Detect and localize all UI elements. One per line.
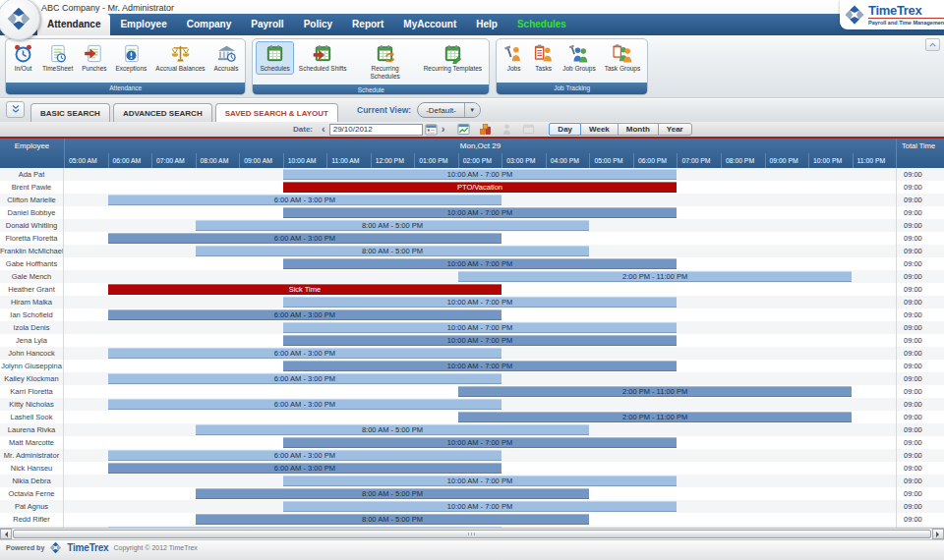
- menu-item-myaccount[interactable]: MyAccount: [393, 14, 466, 35]
- ribbon-item-job-groups[interactable]: Job Groups: [559, 41, 600, 75]
- shift-bar[interactable]: Sick Time: [108, 284, 502, 295]
- employee-name[interactable]: Kitty Nicholas: [0, 398, 64, 411]
- tab-saved-search-layout[interactable]: SAVED SEARCH & LAYOUT: [215, 103, 338, 122]
- view-button-week[interactable]: Week: [580, 123, 619, 136]
- shift-bar[interactable]: 6:00 AM - 3:00 PM: [108, 463, 502, 474]
- menu-item-help[interactable]: Help: [466, 14, 507, 35]
- view-button-month[interactable]: Month: [618, 123, 659, 136]
- ribbon-item-accrual-balances[interactable]: Accrual Balances: [151, 41, 208, 75]
- shift-bar[interactable]: PTO/Vacation: [283, 182, 678, 193]
- shift-bar[interactable]: 10:00 AM - 7:00 PM: [283, 361, 678, 371]
- menu-item-employee[interactable]: Employee: [110, 14, 176, 35]
- employee-name[interactable]: Brent Pawle: [0, 181, 64, 194]
- menu-item-company[interactable]: Company: [177, 14, 242, 35]
- employee-name[interactable]: Mr. Administrator: [0, 449, 64, 462]
- shift-bar[interactable]: 8:00 AM - 5:00 PM: [196, 488, 590, 499]
- ribbon-item-accruals[interactable]: Accruals: [210, 41, 243, 75]
- shift-bar[interactable]: 10:00 AM - 7:00 PM: [283, 437, 678, 448]
- horizontal-scrollbar[interactable]: [0, 528, 944, 539]
- shift-bar[interactable]: 2:00 PM - 11:00 PM: [458, 271, 853, 282]
- employee-name[interactable]: Laurena Rivka: [0, 423, 64, 436]
- shift-bar[interactable]: 10:00 AM - 7:00 PM: [283, 169, 678, 180]
- ribbon-collapse-button[interactable]: [925, 38, 940, 51]
- shift-bar[interactable]: 10:00 AM - 7:00 PM: [283, 207, 678, 218]
- employee-name[interactable]: Ian Schofield: [0, 308, 64, 321]
- shift-bar[interactable]: 6:00 AM - 3:00 PM: [108, 233, 502, 244]
- ribbon-item-recurring-schedules[interactable]: Recurring Schedules: [352, 41, 419, 83]
- ribbon-item-punches[interactable]: Punches: [78, 41, 110, 75]
- employee-name[interactable]: Redd Rifler: [0, 513, 64, 526]
- shift-bar[interactable]: 6:00 AM - 3:00 PM: [108, 399, 502, 410]
- employee-name[interactable]: Franklin McMichaels: [0, 245, 64, 257]
- employee-name[interactable]: Kailey Klockman: [0, 372, 64, 385]
- calendar-picker-button[interactable]: [425, 123, 438, 136]
- employee-name[interactable]: Floretta Floretta: [0, 232, 64, 245]
- ribbon-item-task-groups[interactable]: Task Groups: [601, 41, 645, 75]
- employee-name[interactable]: Nikia Debra: [0, 475, 64, 487]
- shift-bar[interactable]: 2:00 PM - 11:00 PM: [458, 412, 853, 422]
- shift-bar[interactable]: 10:00 AM - 7:00 PM: [283, 297, 678, 308]
- shift-bar[interactable]: 10:00 AM - 7:00 PM: [283, 258, 678, 269]
- tab-basic-search[interactable]: BASIC SEARCH: [30, 103, 110, 122]
- current-view-dropdown[interactable]: -Default- ▼: [417, 102, 481, 118]
- employee-name[interactable]: Octavia Ferne: [0, 487, 64, 500]
- scroll-left-button[interactable]: [0, 529, 12, 539]
- employee-name[interactable]: Pat Agnus: [0, 500, 64, 513]
- employee-name[interactable]: Gabe Hoffhants: [0, 257, 64, 270]
- ribbon-item-timesheet[interactable]: TimeSheet: [38, 41, 77, 75]
- employee-name[interactable]: Gale Mench: [0, 270, 64, 283]
- shift-bar[interactable]: 6:00 AM - 3:00 PM: [108, 348, 502, 359]
- shift-bar[interactable]: 6:00 AM - 3:00 PM: [108, 373, 502, 384]
- employee-name[interactable]: Hiram Malka: [0, 296, 64, 308]
- employee-name[interactable]: John Hancock: [0, 347, 64, 360]
- shift-bar[interactable]: 8:00 AM - 5:00 PM: [196, 246, 590, 256]
- view-button-day[interactable]: Day: [549, 123, 581, 136]
- employee-name[interactable]: Jolynn Giuseppina: [0, 360, 64, 372]
- shift-bar[interactable]: 6:00 AM - 3:00 PM: [108, 309, 502, 320]
- shift-bar[interactable]: 8:00 AM - 5:00 PM: [196, 424, 590, 435]
- employee-name[interactable]: Ada Pat: [0, 168, 64, 181]
- shift-bar[interactable]: 6:00 AM - 3:00 PM: [108, 195, 502, 205]
- tab-advanced-search[interactable]: ADVANCED SEARCH: [113, 103, 212, 122]
- employee-name[interactable]: Daniel Bobbye: [0, 206, 64, 219]
- menu-item-policy[interactable]: Policy: [294, 14, 342, 35]
- shift-bar[interactable]: 10:00 AM - 7:00 PM: [283, 335, 678, 346]
- date-input[interactable]: [329, 124, 423, 136]
- employee-name[interactable]: Lashell Sook: [0, 411, 64, 423]
- ribbon-item-scheduled-shifts[interactable]: Scheduled Shifts: [295, 41, 351, 75]
- prev-date-button[interactable]: ‹: [318, 124, 329, 135]
- menu-item-schedules[interactable]: Schedules: [507, 14, 576, 35]
- employee-name[interactable]: Jena Lyla: [0, 334, 64, 347]
- shift-bar[interactable]: 10:00 AM - 7:00 PM: [283, 322, 678, 333]
- employee-name[interactable]: Matt Marcotte: [0, 436, 64, 449]
- employee-name[interactable]: Karri Floretta: [0, 385, 64, 398]
- search-collapse-button[interactable]: [6, 101, 25, 118]
- ribbon-item-jobs[interactable]: Jobs: [500, 41, 528, 75]
- employee-name[interactable]: Izola Denis: [0, 321, 64, 334]
- scroll-right-button[interactable]: [932, 529, 944, 539]
- shift-bar[interactable]: 8:00 AM - 5:00 PM: [196, 514, 590, 525]
- ribbon-item-in-out[interactable]: In/Out: [9, 41, 37, 75]
- ribbon-item-exceptions[interactable]: Exceptions: [112, 41, 151, 75]
- shift-bar[interactable]: 10:00 AM - 7:00 PM: [283, 476, 678, 486]
- ribbon-item-schedules[interactable]: Schedules: [256, 41, 293, 75]
- menu-item-attendance[interactable]: Attendance: [37, 14, 110, 35]
- employee-name[interactable]: Clifton Marielle: [0, 194, 64, 206]
- window-header: ABC Company - Mr. Administrator Attendan…: [0, 0, 944, 35]
- ribbon-item-tasks[interactable]: Tasks: [529, 41, 558, 75]
- employee-name[interactable]: Heather Grant: [0, 283, 64, 296]
- shift-bar[interactable]: 10:00 AM - 7:00 PM: [283, 501, 678, 512]
- employee-name[interactable]: Donald Whitling: [0, 219, 64, 232]
- view-button-year[interactable]: Year: [658, 123, 692, 136]
- add-blocks-button[interactable]: [479, 123, 492, 136]
- schedule-chart-button[interactable]: [457, 123, 470, 136]
- scrollbar-thumb[interactable]: [13, 530, 931, 538]
- shift-bar[interactable]: 2:00 PM - 11:00 PM: [458, 386, 853, 397]
- shift-bar[interactable]: 6:00 AM - 3:00 PM: [108, 450, 502, 461]
- menu-item-report[interactable]: Report: [342, 14, 393, 35]
- shift-bar[interactable]: 8:00 AM - 5:00 PM: [196, 220, 590, 231]
- next-date-button[interactable]: ›: [438, 124, 449, 135]
- ribbon-item-recurring-templates[interactable]: Recurring Templates: [420, 41, 487, 75]
- menu-item-payroll[interactable]: Payroll: [241, 14, 293, 35]
- employee-name[interactable]: Nick Hanseu: [0, 462, 64, 475]
